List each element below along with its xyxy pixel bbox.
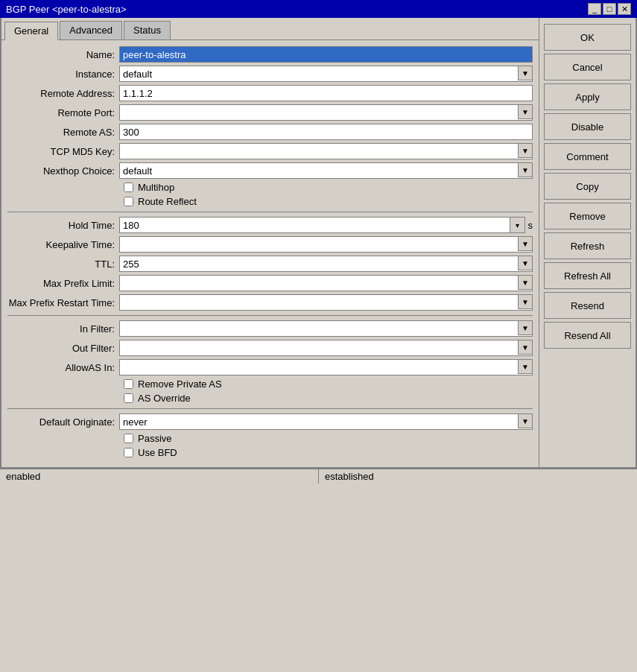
resend-all-button[interactable]: Resend All: [544, 322, 631, 349]
copy-button[interactable]: Copy: [544, 173, 631, 200]
right-panel: OK Cancel Apply Disable Comment Copy Rem…: [539, 18, 636, 467]
tab-advanced[interactable]: Advanced: [60, 21, 122, 39]
remove-private-as-checkbox[interactable]: [124, 379, 133, 389]
in-filter-input[interactable]: [119, 320, 533, 337]
tab-status[interactable]: Status: [124, 21, 171, 39]
remote-port-input[interactable]: [119, 104, 533, 121]
keepalive-row: Keepalive Time: ▼: [7, 236, 533, 253]
resend-button[interactable]: Resend: [544, 292, 631, 319]
status-right: established: [319, 469, 637, 484]
max-prefix-limit-row: Max Prefix Limit: ▼: [7, 275, 533, 291]
out-filter-label: Out Filter:: [7, 343, 119, 354]
max-prefix-restart-input[interactable]: [119, 294, 533, 311]
out-filter-input[interactable]: [119, 340, 533, 356]
remote-address-input[interactable]: [119, 85, 533, 101]
remote-address-row: Remote Address:: [7, 85, 533, 101]
route-reflect-checkbox[interactable]: [124, 197, 133, 206]
dropdown-arrow-icon4: ▼: [522, 166, 529, 174]
in-filter-wrapper: ▼: [119, 320, 533, 337]
status-bar: enabled established: [0, 469, 637, 484]
hold-time-input[interactable]: [119, 217, 510, 233]
divider-1: [7, 212, 533, 212]
status-left: enabled: [0, 469, 319, 484]
minimize-button[interactable]: _: [588, 3, 601, 15]
in-filter-row: In Filter: ▼: [7, 320, 533, 337]
tcp-md5-wrapper: ▼: [119, 143, 533, 159]
dropdown-arrow-icon9: ▼: [522, 298, 529, 306]
use-bfd-checkbox[interactable]: [124, 448, 133, 457]
keepalive-input[interactable]: [119, 236, 533, 253]
name-label: Name:: [7, 49, 119, 60]
max-prefix-restart-dropdown-btn[interactable]: ▼: [518, 294, 533, 309]
tab-bar: General Advanced Status: [1, 18, 539, 40]
nexthop-wrapper: ▼: [119, 162, 533, 179]
max-prefix-limit-wrapper: ▼: [119, 275, 533, 291]
comment-button[interactable]: Comment: [544, 143, 631, 170]
apply-button[interactable]: Apply: [544, 83, 631, 110]
dropdown-arrow-icon6: ▼: [522, 240, 529, 248]
dropdown-arrow-icon: ▼: [522, 69, 529, 77]
remote-as-row: Remote AS:: [7, 124, 533, 140]
hold-time-unit: s: [525, 220, 533, 231]
name-row: Name:: [7, 46, 533, 63]
passive-checkbox[interactable]: [124, 434, 133, 443]
ttl-input[interactable]: [119, 256, 533, 272]
left-panel: General Advanced Status Name: Instance: …: [1, 18, 539, 467]
default-originate-label: Default Originate:: [7, 416, 119, 428]
title-bar-buttons: _ □ ✕: [588, 3, 631, 15]
in-filter-dropdown-btn[interactable]: ▼: [518, 320, 533, 335]
remove-button[interactable]: Remove: [544, 203, 631, 229]
tab-general[interactable]: General: [4, 22, 58, 40]
dropdown-arrow-icon8: ▼: [522, 279, 529, 287]
ttl-dropdown-btn[interactable]: ▼: [518, 256, 533, 270]
default-originate-row: Default Originate: ▼: [7, 413, 533, 430]
max-prefix-limit-dropdown-btn[interactable]: ▼: [518, 275, 533, 290]
disable-button[interactable]: Disable: [544, 113, 631, 140]
multihop-row: Multihop: [124, 182, 533, 193]
nexthop-dropdown-btn[interactable]: ▼: [518, 162, 533, 177]
hold-time-dropdown-btn[interactable]: ▾: [510, 217, 525, 233]
out-filter-wrapper: ▼: [119, 340, 533, 356]
close-button[interactable]: ✕: [618, 3, 631, 15]
dropdown-arrow-icon2: ▼: [522, 108, 529, 116]
max-prefix-limit-input[interactable]: [119, 275, 533, 291]
passive-label: Passive: [138, 433, 172, 444]
remote-port-row: Remote Port: ▼: [7, 104, 533, 121]
remote-as-label: Remote AS:: [7, 127, 119, 138]
default-originate-wrapper: ▼: [119, 413, 533, 430]
refresh-button[interactable]: Refresh: [544, 232, 631, 259]
instance-dropdown-btn[interactable]: ▼: [518, 66, 533, 80]
tcp-md5-dropdown-btn[interactable]: ▼: [518, 143, 533, 158]
remove-private-as-label: Remove Private AS: [138, 378, 222, 390]
ttl-wrapper: ▼: [119, 256, 533, 272]
keepalive-wrapper: ▼: [119, 236, 533, 253]
remote-as-input[interactable]: [119, 124, 533, 140]
window-title: BGP Peer <peer-to-alestra>: [6, 4, 127, 15]
tcp-md5-input[interactable]: [119, 143, 533, 159]
restore-button[interactable]: □: [603, 3, 616, 15]
nexthop-input[interactable]: [119, 162, 533, 179]
name-input[interactable]: [119, 46, 533, 63]
hold-time-label: Hold Time:: [7, 220, 119, 231]
allowas-in-input[interactable]: [119, 359, 533, 375]
as-override-row: AS Override: [124, 393, 533, 404]
remote-port-dropdown-btn[interactable]: ▼: [518, 104, 533, 119]
refresh-all-button[interactable]: Refresh All: [544, 262, 631, 289]
use-bfd-row: Use BFD: [124, 447, 533, 458]
default-originate-dropdown-btn[interactable]: ▼: [518, 413, 533, 428]
allowas-in-dropdown-btn[interactable]: ▼: [518, 359, 533, 374]
default-originate-input[interactable]: [119, 413, 533, 430]
keepalive-dropdown-btn[interactable]: ▼: [518, 236, 533, 251]
use-bfd-label: Use BFD: [138, 447, 177, 458]
divider-3: [7, 408, 533, 409]
instance-input[interactable]: [119, 66, 533, 82]
instance-row: Instance: ▼: [7, 66, 533, 82]
remote-address-label: Remote Address:: [7, 88, 119, 99]
remote-port-label: Remote Port:: [7, 107, 119, 118]
hold-time-inner: ▾ s: [119, 217, 533, 233]
cancel-button[interactable]: Cancel: [544, 54, 631, 80]
multihop-checkbox[interactable]: [124, 183, 133, 192]
ok-button[interactable]: OK: [544, 24, 631, 51]
out-filter-dropdown-btn[interactable]: ▼: [518, 340, 533, 355]
as-override-checkbox[interactable]: [124, 393, 133, 403]
